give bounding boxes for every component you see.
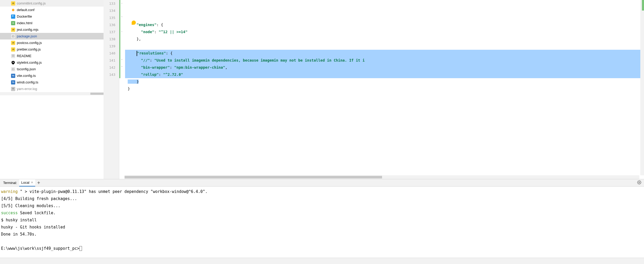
file-item-postcss-config-js[interactable]: JSpostcss.config.js	[0, 39, 104, 46]
line-number: 135	[104, 14, 115, 21]
json-file-icon: {}	[11, 34, 15, 38]
html-file-icon: H	[11, 21, 15, 25]
close-icon[interactable]: ×	[31, 180, 33, 185]
svg-point-1	[639, 182, 640, 183]
editor-hscrollbar[interactable]	[125, 175, 639, 179]
vcs-marker-icon	[642, 0, 644, 11]
code-editor[interactable]: 133134135136137138139140141142143 −⌃−⌃⌃ …	[104, 0, 644, 179]
docker-file-icon	[11, 14, 15, 19]
file-item-commitlint-config-js[interactable]: JScommitlint.config.js	[0, 0, 104, 7]
terminal-tab-local[interactable]: Local ×	[19, 179, 35, 187]
line-number: 134	[104, 7, 115, 14]
equals-file-icon: ≡	[11, 87, 15, 91]
terminal-output[interactable]: warning " > vite-plugin-pwa@0.11.13" has…	[0, 187, 644, 258]
ts-file-icon: TS	[11, 80, 15, 84]
terminal-line: Done in 54.70s.	[1, 231, 643, 238]
status-bar	[0, 258, 644, 264]
file-tree-sidebar: JScommitlint.config.jsdefault.confDocker…	[0, 0, 104, 179]
file-item-windi-config-ts[interactable]: TSwindi.config.ts	[0, 79, 104, 86]
file-item-dockerfile[interactable]: Dockerfile	[0, 13, 104, 20]
terminal-cursor	[79, 246, 82, 251]
code-line: }	[125, 78, 644, 85]
file-name: yarn-error.log	[17, 87, 37, 91]
file-name: tsconfig.json	[17, 67, 36, 71]
js-file-icon: JS	[11, 28, 15, 32]
line-number: 136	[104, 21, 115, 28]
code-line: "engines": {	[125, 21, 644, 28]
terminal-line	[1, 238, 643, 245]
file-item-package-json[interactable]: {}package.json	[0, 33, 104, 39]
txt-file-icon	[11, 54, 15, 58]
editor-vscrollbar[interactable]	[640, 0, 644, 175]
file-item-index-html[interactable]: Hindex.html	[0, 20, 104, 26]
file-item-vite-config-ts[interactable]: TSvite.config.ts	[0, 72, 104, 79]
file-name: postcss.config.js	[17, 41, 42, 45]
terminal-tab-bar: Terminal: Local × +	[0, 179, 644, 187]
stylelint-file-icon	[11, 61, 15, 65]
code-line	[125, 43, 644, 50]
file-name: README	[17, 54, 32, 58]
file-item-jest-config-mjs[interactable]: JSjest.config.mjs	[0, 26, 104, 33]
file-name: stylelint.config.js	[17, 61, 42, 64]
fold-toggle-icon[interactable]: −	[120, 30, 123, 34]
file-item-readme[interactable]: README	[0, 53, 104, 59]
fold-column[interactable]: −⌃−⌃⌃	[119, 0, 125, 179]
file-name: default.conf	[17, 8, 34, 12]
js-file-icon: JS	[11, 47, 15, 52]
file-name: package.json	[17, 34, 37, 38]
code-line: "resolutions": {	[125, 50, 644, 57]
file-item-prettier-config-js[interactable]: JSprettier.config.js	[0, 46, 104, 53]
file-name: commitlint.config.js	[17, 1, 46, 5]
code-line: "rollup": "^2.72.0"	[125, 71, 644, 78]
file-name: vite.config.ts	[17, 74, 36, 78]
line-number: 139	[104, 43, 115, 50]
fold-toggle-icon[interactable]: −	[120, 2, 123, 5]
file-item-yarn-error-log[interactable]: ≡yarn-error.log	[0, 86, 104, 92]
line-number: 140	[104, 50, 115, 57]
terminal-line: husky - Git hooks installed	[1, 224, 643, 231]
js-file-icon: JS	[11, 1, 15, 6]
file-item-tsconfig-json[interactable]: {}tsconfig.json	[0, 66, 104, 72]
file-name: Dockerfile	[17, 14, 32, 18]
fold-toggle-icon[interactable]: ⌃	[120, 59, 123, 62]
code-line	[125, 92, 644, 99]
file-item-default-conf[interactable]: default.conf	[0, 7, 104, 13]
sidebar-hscrollbar[interactable]	[0, 92, 104, 95]
code-line: },	[125, 36, 644, 43]
conf-file-icon	[11, 8, 15, 12]
intention-bulb-icon[interactable]	[132, 21, 136, 25]
add-terminal-button[interactable]: +	[37, 180, 40, 186]
terminal-tab-label: Local	[21, 181, 29, 185]
terminal-panel: Terminal: Local × + warning " > vite-plu…	[0, 179, 644, 258]
json-file-icon: {}	[11, 67, 15, 71]
terminal-title: Terminal:	[1, 181, 19, 185]
terminal-line: warning " > vite-plugin-pwa@0.11.13" has…	[1, 188, 643, 195]
code-line: }	[125, 85, 644, 92]
ts-file-icon: TS	[11, 74, 15, 78]
code-content[interactable]: "engines": { "node": "^12 || >=14" }, "r…	[125, 0, 644, 179]
line-number: 143	[104, 71, 115, 78]
gear-icon[interactable]	[637, 180, 641, 185]
line-number-gutter: 133134135136137138139140141142143	[104, 0, 119, 179]
code-line: "//": "Used to install imagemin dependen…	[125, 57, 644, 64]
file-name: prettier.config.js	[17, 47, 41, 51]
fold-toggle-icon[interactable]: ⌃	[120, 16, 123, 19]
terminal-line: [4/5] Building fresh packages...	[1, 195, 643, 202]
terminal-line: [5/5] Cleaning modules...	[1, 202, 643, 210]
line-number: 138	[104, 36, 115, 43]
file-name: index.html	[17, 21, 32, 25]
terminal-line: E:\www\js\work\ssjf49_support_pc>	[1, 245, 643, 252]
file-name: jest.config.mjs	[17, 28, 38, 32]
js-file-icon: JS	[11, 41, 15, 45]
code-line: "bin-wrapper": "npm:bin-wrapper-china",	[125, 64, 644, 71]
line-number: 141	[104, 57, 115, 64]
fold-toggle-icon[interactable]: ⌃	[120, 66, 123, 69]
file-item-stylelint-config-js[interactable]: stylelint.config.js	[0, 59, 104, 66]
line-number: 133	[104, 0, 115, 7]
line-number: 137	[104, 28, 115, 36]
svg-point-0	[13, 62, 14, 63]
terminal-line: success Saved lockfile.	[1, 210, 643, 217]
line-number: 142	[104, 64, 115, 71]
file-name: windi.config.ts	[17, 80, 38, 84]
terminal-line: $ husky install	[1, 217, 643, 224]
